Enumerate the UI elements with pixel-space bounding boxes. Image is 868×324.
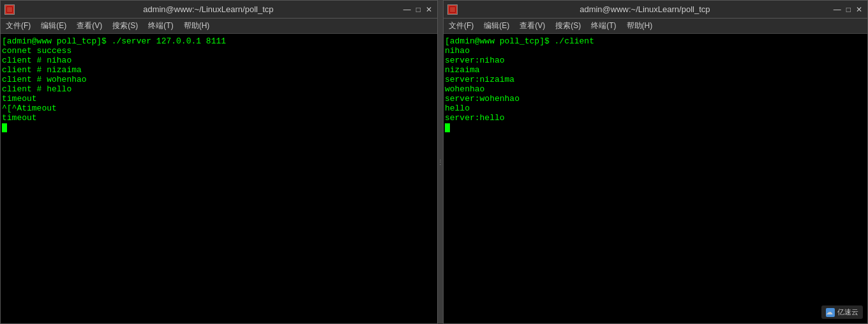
left-menu-bar: 文件(F) 编辑(E) 查看(V) 搜索(S) 终端(T) 帮助(H) bbox=[1, 19, 437, 34]
terminal-line: server:nizaima bbox=[445, 75, 866, 84]
right-terminal-body[interactable]: [admin@www poll_tcp]$ ./clientnihaoserve… bbox=[444, 34, 867, 323]
left-window-controls: — □ ✕ bbox=[402, 5, 433, 14]
watermark: ☁ 亿速云 bbox=[821, 305, 863, 319]
right-title-bar: admin@www:~/LinuxLearn/poll_tcp — □ ✕ bbox=[444, 1, 867, 19]
terminal-line: wohenhao bbox=[445, 84, 866, 94]
left-menu-help[interactable]: 帮助(H) bbox=[181, 20, 213, 31]
left-title-bar: admin@www:~/LinuxLearn/poll_tcp — □ ✕ bbox=[1, 1, 437, 19]
left-menu-view[interactable]: 查看(V) bbox=[74, 20, 105, 31]
terminal-line: hello bbox=[445, 104, 866, 113]
terminal-line: server:hello bbox=[445, 113, 866, 123]
right-menu-help[interactable]: 帮助(H) bbox=[624, 20, 655, 31]
terminal-line: timeout bbox=[2, 94, 436, 104]
left-menu-terminal[interactable]: 终端(T) bbox=[146, 20, 176, 31]
watermark-text: 亿速云 bbox=[837, 307, 858, 317]
cursor bbox=[445, 123, 450, 132]
cursor bbox=[2, 123, 7, 132]
terminal-line: [admin@www poll_tcp]$ ./client bbox=[445, 36, 866, 46]
right-menu-search[interactable]: 搜索(S) bbox=[553, 20, 583, 31]
right-window-title: admin@www:~/LinuxLearn/poll_tcp bbox=[458, 4, 832, 14]
left-terminal-body[interactable]: [admin@www poll_tcp]$ ./server 127.0.0.1… bbox=[1, 34, 437, 323]
cloud-icon: ☁ bbox=[826, 308, 835, 317]
left-terminal: admin@www:~/LinuxLearn/poll_tcp — □ ✕ 文件… bbox=[0, 0, 438, 324]
terminal-line: nihao bbox=[445, 46, 866, 56]
terminal-line: client # nihao bbox=[2, 56, 436, 65]
right-close-button[interactable]: ✕ bbox=[855, 5, 864, 14]
right-maximize-button[interactable]: □ bbox=[845, 5, 852, 14]
terminal-line: [admin@www poll_tcp]$ ./server 127.0.0.1… bbox=[2, 36, 436, 46]
right-menu-bar: 文件(F) 编辑(E) 查看(V) 搜索(S) 终端(T) 帮助(H) bbox=[444, 19, 867, 34]
terminal-line: ^[^Atimeout bbox=[2, 104, 436, 113]
right-menu-file[interactable]: 文件(F) bbox=[446, 20, 476, 31]
right-menu-terminal[interactable]: 终端(T) bbox=[588, 20, 618, 31]
terminal-line: server:nihao bbox=[445, 56, 866, 65]
terminal-line: client # hello bbox=[2, 84, 436, 94]
left-window-icon bbox=[4, 4, 15, 15]
left-close-button[interactable]: ✕ bbox=[424, 5, 433, 14]
terminal-line: nizaima bbox=[445, 65, 866, 75]
right-window-controls: — □ ✕ bbox=[832, 5, 864, 14]
right-menu-view[interactable]: 查看(V) bbox=[517, 20, 548, 31]
right-menu-edit[interactable]: 编辑(E) bbox=[481, 20, 512, 31]
left-menu-search[interactable]: 搜索(S) bbox=[110, 20, 140, 31]
left-menu-file[interactable]: 文件(F) bbox=[3, 20, 33, 31]
terminal-line: timeout bbox=[2, 113, 436, 123]
terminal-line: server:wohenhao bbox=[445, 94, 866, 104]
left-maximize-button[interactable]: □ bbox=[415, 5, 422, 14]
terminal-line: client # nizaima bbox=[2, 65, 436, 75]
left-window-title: admin@www:~/LinuxLearn/poll_tcp bbox=[15, 4, 402, 14]
left-minimize-button[interactable]: — bbox=[402, 5, 412, 14]
right-terminal: admin@www:~/LinuxLearn/poll_tcp — □ ✕ 文件… bbox=[443, 0, 868, 324]
terminal-line: connet success bbox=[2, 46, 436, 56]
terminal-line: client # wohenhao bbox=[2, 75, 436, 84]
right-window-icon bbox=[447, 4, 458, 15]
left-menu-edit[interactable]: 编辑(E) bbox=[38, 20, 69, 31]
window-divider: ⋮ bbox=[438, 0, 443, 324]
right-minimize-button[interactable]: — bbox=[832, 5, 842, 14]
